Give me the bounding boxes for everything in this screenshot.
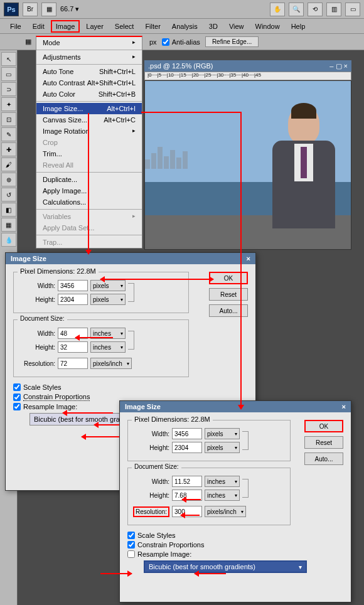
resolution-input[interactable] <box>58 358 88 369</box>
menu-trap: Trap... <box>36 237 142 248</box>
annotation-arrow <box>100 279 213 280</box>
doc-height-label: Height: <box>19 344 55 351</box>
document-size-label: Document Size: <box>18 315 67 322</box>
arrange-icon[interactable]: ▥ <box>326 3 341 16</box>
height-unit-select[interactable]: pixels <box>205 442 240 453</box>
zoom-value[interactable]: 66.7 ▾ <box>60 5 79 13</box>
scale-styles-checkbox[interactable]: Scale Styles <box>13 383 248 391</box>
resample-method-select[interactable]: Bicubic (best for smooth gradients) <box>144 560 307 573</box>
height-unit-select[interactable]: pixels <box>90 294 126 305</box>
menu-duplicate[interactable]: Duplicate... <box>36 174 142 185</box>
reset-button[interactable]: Reset <box>209 288 248 301</box>
screen-icon[interactable]: ▭ <box>345 3 360 16</box>
menu-analysis[interactable]: Analysis <box>167 20 203 33</box>
document-titlebar[interactable]: .psd @ 12.5% (RGB) – ▢ × <box>144 60 351 72</box>
eyedropper-tool-icon[interactable]: ✎ <box>1 127 16 141</box>
resolution-unit-select[interactable]: pixels/inch <box>90 358 132 369</box>
app-toolbar: Ps Br ▦ 66.7 ▾ ✋ 🔍 ⟲ ▥ ▭ <box>0 0 364 19</box>
auto-button[interactable]: Auto... <box>209 304 248 317</box>
reset-button[interactable]: Reset <box>304 436 343 449</box>
pixel-dimensions-label: Pixel Dimensions: <box>134 415 189 423</box>
menu-auto-tone[interactable]: Auto ToneShift+Ctrl+L <box>36 66 142 77</box>
menu-help[interactable]: Help <box>286 20 311 33</box>
menu-view[interactable]: View <box>224 20 249 33</box>
window-controls-icon[interactable]: – ▢ × <box>329 62 348 70</box>
lasso-tool-icon[interactable]: ⊃ <box>1 82 16 96</box>
width-unit-select[interactable]: pixels <box>205 428 240 439</box>
doc-height-unit-select[interactable]: inches <box>205 490 240 501</box>
brush-tool-icon[interactable]: 🖌 <box>1 158 16 171</box>
menu-mode[interactable]: Mode <box>36 37 142 48</box>
refine-edge-button[interactable]: Refine Edge... <box>205 36 259 47</box>
heal-tool-icon[interactable]: ✚ <box>1 142 16 156</box>
marquee-tool-icon[interactable]: ▭ <box>1 67 16 81</box>
canvas[interactable] <box>144 80 351 250</box>
image-menu-dropdown: Mode Adjustments Auto ToneShift+Ctrl+L A… <box>36 36 142 249</box>
bridge-icon[interactable]: Br <box>23 3 38 16</box>
annotation-arrow <box>100 573 132 574</box>
hand-icon[interactable]: ✋ <box>270 3 285 16</box>
ps-logo-icon: Ps <box>4 3 19 16</box>
resolution-unit-select[interactable]: pixels/inch <box>205 506 246 517</box>
gradient-tool-icon[interactable]: ▦ <box>1 218 16 232</box>
height-input[interactable] <box>58 294 88 305</box>
doc-height-input[interactable] <box>58 341 88 353</box>
eraser-tool-icon[interactable]: ◧ <box>1 203 16 217</box>
menu-window[interactable]: Window <box>250 20 285 33</box>
width-input[interactable] <box>172 428 202 439</box>
stamp-tool-icon[interactable]: ⊕ <box>1 173 16 186</box>
doc-width-input[interactable] <box>172 476 202 487</box>
menu-auto-color[interactable]: Auto ColorShift+Ctrl+B <box>36 88 142 100</box>
wand-tool-icon[interactable]: ✦ <box>1 97 16 111</box>
marquee-tool-icon[interactable]: ▦ <box>25 38 31 46</box>
close-icon[interactable]: × <box>247 255 250 262</box>
auto-button[interactable]: Auto... <box>304 452 343 465</box>
annotation-arrow <box>75 337 113 338</box>
dialog-titlebar[interactable]: Image Size× <box>6 253 255 264</box>
antialias-checkbox[interactable]: Anti-alias <box>162 38 200 46</box>
menu-adjustments[interactable]: Adjustments <box>36 51 142 63</box>
mb-icon[interactable]: ▦ <box>41 3 56 16</box>
menu-auto-contrast[interactable]: Auto ContrastAlt+Shift+Ctrl+L <box>36 77 142 88</box>
menu-3d[interactable]: 3D <box>204 20 223 33</box>
px-label: px <box>149 38 157 46</box>
menu-apply-image[interactable]: Apply Image... <box>36 185 142 196</box>
move-tool-icon[interactable]: ↖ <box>1 52 16 66</box>
menu-image[interactable]: Image <box>51 20 80 33</box>
dialog-titlebar[interactable]: Image Size× <box>120 401 351 412</box>
menu-trim[interactable]: Trim... <box>36 148 142 159</box>
menu-layer[interactable]: Layer <box>81 20 109 33</box>
scale-styles-checkbox[interactable]: Scale Styles <box>127 532 343 539</box>
menu-select[interactable]: Select <box>110 20 139 33</box>
resample-image-checkbox[interactable]: Resample Image: <box>127 550 343 558</box>
menu-file[interactable]: File <box>5 20 26 33</box>
menu-calculations[interactable]: Calculations... <box>36 196 142 208</box>
doc-height-unit-select[interactable]: inches <box>90 341 126 353</box>
rotate-icon[interactable]: ⟲ <box>308 3 323 16</box>
annotation-arrow <box>182 499 201 500</box>
menu-image-rotation[interactable]: Image Rotation <box>36 126 142 137</box>
width-input[interactable] <box>58 280 88 291</box>
width-label: Width: <box>133 431 169 437</box>
menu-image-size[interactable]: Image Size...Alt+Ctrl+I <box>36 103 142 114</box>
pixel-size-value: 22.8M <box>77 267 96 275</box>
menu-canvas-size[interactable]: Canvas Size...Alt+Ctrl+C <box>36 114 142 126</box>
crop-tool-icon[interactable]: ⊡ <box>1 112 16 126</box>
height-input[interactable] <box>172 442 202 453</box>
menu-edit[interactable]: Edit <box>28 20 50 33</box>
image-size-dialog-2: Image Size× OK Reset Auto... Pixel Dimen… <box>119 400 351 602</box>
close-icon[interactable]: × <box>342 403 346 410</box>
pixel-size-value: 22.8M <box>191 415 210 423</box>
history-tool-icon[interactable]: ↺ <box>1 188 16 201</box>
menu-reveal-all: Reveal All <box>36 159 142 171</box>
zoom-icon[interactable]: 🔍 <box>289 3 304 16</box>
blur-tool-icon[interactable]: 💧 <box>1 233 16 247</box>
menu-filter[interactable]: Filter <box>140 20 165 33</box>
menu-apply-data-set: Apply Data Set... <box>36 222 142 233</box>
ok-button[interactable]: OK <box>304 420 343 432</box>
constrain-proportions-checkbox[interactable]: Constrain Proportions <box>127 541 343 549</box>
doc-width-unit-select[interactable]: inches <box>205 476 240 487</box>
document-window: .psd @ 12.5% (RGB) – ▢ × |0····|5····|10… <box>144 60 351 250</box>
annotation-arrow <box>141 112 242 113</box>
width-unit-select[interactable]: pixels <box>90 280 126 291</box>
